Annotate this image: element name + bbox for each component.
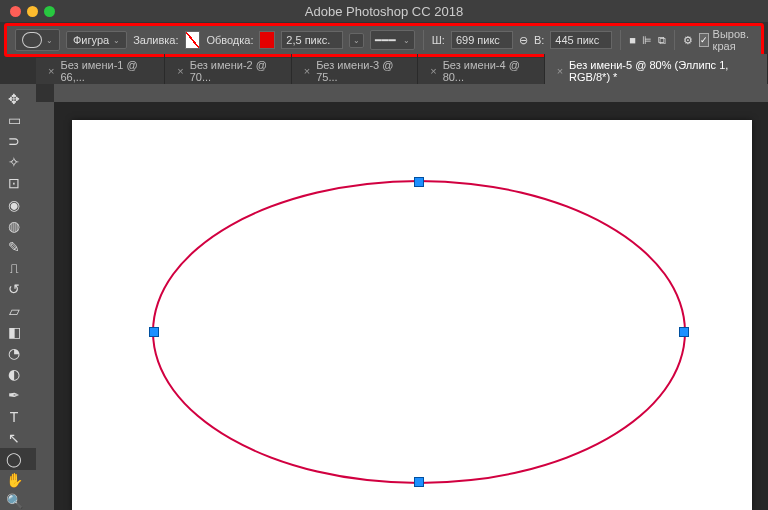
document-tab[interactable]: ×Без имени-3 @ 75... — [292, 54, 418, 88]
zoom-tool-icon: 🔍 — [6, 493, 22, 509]
eraser-tool-icon: ▱ — [6, 303, 22, 319]
tools-panel: ✥▭⊃✧⊡◉◍✎⎍↺▱◧◔◐✒T↖◯✋🔍 — [0, 84, 36, 510]
tab-label: Без имени-1 @ 66,... — [60, 59, 152, 83]
close-tab-icon[interactable]: × — [48, 65, 54, 77]
tab-label: Без имени-5 @ 80% (Эллипс 1, RGB/8*) * — [569, 59, 755, 83]
align-edges-label: Выров. края — [713, 28, 753, 52]
close-window-button[interactable] — [10, 6, 21, 17]
anchor-bottom[interactable] — [414, 477, 424, 487]
fill-label: Заливка: — [133, 34, 178, 46]
titlebar: Adobe Photoshop CC 2018 — [0, 0, 768, 22]
document-tab[interactable]: ×Без имени-5 @ 80% (Эллипс 1, RGB/8*) * — [545, 54, 768, 88]
document-tab-bar: ×Без имени-1 @ 66,...×Без имени-2 @ 70..… — [36, 58, 768, 84]
eyedropper-tool-icon: ◉ — [6, 197, 22, 213]
gear-icon[interactable]: ⚙ — [683, 32, 693, 48]
maximize-window-button[interactable] — [44, 6, 55, 17]
app-title: Adobe Photoshop CC 2018 — [0, 4, 768, 19]
history-brush-tool-icon: ↺ — [6, 281, 22, 297]
tab-label: Без имени-3 @ 75... — [316, 59, 405, 83]
close-tab-icon[interactable]: × — [177, 65, 183, 77]
stroke-swatch[interactable] — [259, 31, 275, 49]
options-bar: ⌄ Фигура⌄ Заливка: Обводка: ⌄ ━━━⌄ Ш: ⊖ … — [7, 26, 761, 54]
align-edges-checkbox[interactable]: ✓ Выров. края — [699, 28, 753, 52]
width-label: Ш: — [432, 34, 445, 46]
shape-tool-icon: ◯ — [6, 451, 22, 467]
options-bar-highlight: ⌄ Фигура⌄ Заливка: Обводка: ⌄ ━━━⌄ Ш: ⊖ … — [4, 23, 764, 57]
artboard[interactable] — [72, 120, 752, 510]
brush-tool-icon: ✎ — [6, 239, 22, 255]
horizontal-ruler[interactable] — [54, 84, 768, 102]
width-input[interactable] — [451, 31, 513, 49]
vertical-ruler[interactable] — [36, 102, 54, 510]
magic-wand-tool-icon: ✧ — [6, 154, 22, 170]
healing-brush-tool-icon: ◍ — [6, 218, 22, 234]
blur-tool-icon: ◔ — [6, 345, 22, 361]
path-select-tool-icon: ↖ — [6, 430, 22, 446]
document-tab[interactable]: ×Без имени-4 @ 80... — [418, 54, 544, 88]
stroke-style-dropdown[interactable]: ━━━⌄ — [370, 30, 415, 50]
gradient-tool-icon: ◧ — [6, 324, 22, 340]
canvas-zone — [36, 84, 768, 510]
tab-label: Без имени-4 @ 80... — [443, 59, 532, 83]
stroke-width-dropdown[interactable]: ⌄ — [349, 33, 364, 48]
tool-preset-dropdown[interactable]: ⌄ — [15, 29, 60, 51]
stroke-width-input[interactable] — [281, 31, 343, 49]
pen-tool-icon: ✒ — [6, 387, 22, 403]
anchor-left[interactable] — [149, 327, 159, 337]
path-arrangement-icon[interactable]: ⧉ — [658, 32, 666, 48]
dodge-tool-icon: ◐ — [6, 366, 22, 382]
close-tab-icon[interactable]: × — [430, 65, 436, 77]
path-operations-icon[interactable]: ■ — [629, 32, 636, 48]
stroke-label: Обводка: — [206, 34, 253, 46]
stamp-tool-icon: ⎍ — [6, 260, 22, 276]
height-input[interactable] — [550, 31, 612, 49]
move-tool-icon: ✥ — [6, 91, 22, 107]
checkbox-icon: ✓ — [699, 33, 709, 47]
crop-tool-icon: ⊡ — [6, 175, 22, 191]
ellipse-shape[interactable] — [152, 180, 686, 484]
ellipse-icon — [22, 32, 42, 48]
close-tab-icon[interactable]: × — [557, 65, 563, 77]
document-tab[interactable]: ×Без имени-2 @ 70... — [165, 54, 291, 88]
marquee-tool-icon: ▭ — [6, 112, 22, 128]
document-tab[interactable]: ×Без имени-1 @ 66,... — [36, 54, 165, 88]
path-alignment-icon[interactable]: ⊫ — [642, 32, 652, 48]
hand-tool-icon: ✋ — [6, 472, 22, 488]
workspace: ✥▭⊃✧⊡◉◍✎⎍↺▱◧◔◐✒T↖◯✋🔍 — [0, 84, 768, 510]
anchor-top[interactable] — [414, 177, 424, 187]
anchor-right[interactable] — [679, 327, 689, 337]
canvas-background[interactable] — [54, 102, 768, 510]
traffic-lights — [10, 6, 55, 17]
shape-mode-dropdown[interactable]: Фигура⌄ — [66, 31, 127, 49]
tab-label: Без имени-2 @ 70... — [190, 59, 279, 83]
minimize-window-button[interactable] — [27, 6, 38, 17]
lasso-tool-icon: ⊃ — [6, 133, 22, 149]
type-tool-icon: T — [6, 409, 22, 425]
height-label: В: — [534, 34, 544, 46]
link-wh-icon[interactable]: ⊖ — [519, 32, 528, 48]
close-tab-icon[interactable]: × — [304, 65, 310, 77]
fill-swatch[interactable] — [185, 31, 201, 49]
